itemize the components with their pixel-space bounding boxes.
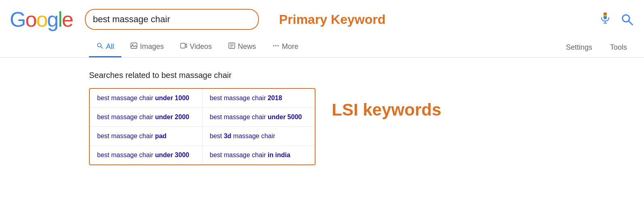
lsi-item-2[interactable]: best massage chair 2018: [203, 89, 315, 107]
lsi-item-2-normal: best massage chair: [210, 95, 268, 101]
lsi-item-6-normal-2: massage chair: [231, 133, 275, 139]
logo-g: G: [10, 8, 25, 31]
header: Google best massage chair Primary Keywor…: [0, 0, 644, 36]
lsi-item-2-bold: 2018: [268, 95, 282, 101]
nav-images-label: Images: [140, 42, 164, 51]
nav-tools-label: Tools: [610, 43, 627, 52]
primary-keyword-label: Primary Keyword: [279, 12, 386, 27]
lsi-item-7-bold: under 3000: [155, 152, 189, 158]
lsi-row-1: best massage chair under 1000 best massa…: [90, 89, 315, 108]
dots-nav-icon: [272, 42, 280, 51]
search-nav-icon: [96, 42, 104, 51]
logo-e: e: [62, 8, 73, 31]
svg-point-5: [97, 43, 101, 47]
svg-point-15: [273, 45, 274, 46]
search-query-text: best massage chair: [93, 14, 251, 25]
lsi-item-5-normal: best massage chair: [97, 133, 155, 139]
google-logo: Google: [10, 7, 73, 32]
lsi-item-3-normal: best massage chair: [97, 114, 155, 120]
lsi-item-1-normal: best massage chair: [97, 95, 155, 101]
lsi-row-4: best massage chair under 3000 best massa…: [90, 146, 315, 164]
lsi-item-1[interactable]: best massage chair under 1000: [90, 89, 203, 107]
nav-left: All Images Videos: [89, 37, 559, 57]
lsi-item-6[interactable]: best 3d massage chair: [203, 127, 315, 145]
nav-all-label: All: [106, 42, 114, 51]
nav-item-videos[interactable]: Videos: [173, 37, 219, 57]
nav-settings-label: Settings: [566, 43, 592, 52]
nav-bar: All Images Videos: [0, 37, 644, 58]
nav-item-all[interactable]: All: [89, 37, 121, 57]
logo-o2: o: [36, 8, 47, 31]
nav-item-settings[interactable]: Settings: [559, 38, 600, 57]
search-box[interactable]: best massage chair: [85, 9, 259, 30]
lsi-item-4[interactable]: best massage chair under 5000: [203, 108, 315, 126]
search-button[interactable]: [620, 12, 634, 27]
logo-o1: o: [25, 8, 36, 31]
svg-rect-9: [181, 43, 185, 48]
lsi-item-8-normal: best massage chair: [210, 152, 268, 158]
svg-line-6: [101, 46, 103, 48]
logo-l: l: [58, 8, 62, 31]
svg-point-17: [278, 45, 279, 46]
lsi-item-7[interactable]: best massage chair under 3000: [90, 146, 203, 164]
nav-news-label: News: [238, 42, 256, 51]
nav-item-tools[interactable]: Tools: [603, 38, 634, 57]
logo-g2: g: [47, 8, 58, 31]
video-nav-icon: [180, 42, 187, 51]
lsi-keywords-label: LSI keywords: [332, 100, 441, 120]
lsi-item-5-bold: pad: [155, 133, 166, 139]
lsi-item-4-normal: best massage chair: [210, 114, 268, 120]
svg-rect-7: [131, 43, 137, 48]
lsi-grid-box: best massage chair under 1000 best massa…: [89, 88, 316, 165]
lsi-item-3-bold: under 2000: [155, 114, 189, 120]
svg-marker-10: [185, 44, 187, 48]
svg-point-16: [275, 45, 276, 46]
lsi-item-5[interactable]: best massage chair pad: [90, 127, 203, 145]
lsi-section: best massage chair under 1000 best massa…: [89, 88, 644, 165]
lsi-item-1-bold: under 1000: [155, 95, 189, 101]
lsi-item-8-bold: in india: [268, 152, 290, 158]
lsi-row-2: best massage chair under 2000 best massa…: [90, 108, 315, 127]
lsi-item-4-bold: under 5000: [268, 114, 302, 120]
lsi-item-6-normal-1: best: [210, 133, 224, 139]
right-icons: [598, 12, 634, 27]
nav-more-label: More: [282, 42, 299, 51]
svg-line-4: [629, 21, 632, 25]
lsi-row-3: best massage chair pad best 3d massage c…: [90, 127, 315, 146]
lsi-item-6-bold: 3d: [224, 133, 231, 139]
nav-item-more[interactable]: More: [265, 37, 306, 57]
related-searches-heading: Searches related to best massage chair: [89, 71, 644, 80]
svg-rect-0: [604, 13, 607, 19]
image-nav-icon: [130, 42, 138, 51]
news-nav-icon: [228, 42, 235, 51]
lsi-item-3[interactable]: best massage chair under 2000: [90, 108, 203, 126]
main-content: Searches related to best massage chair b…: [0, 58, 644, 173]
microphone-icon[interactable]: [598, 12, 612, 27]
lsi-item-7-normal: best massage chair: [97, 152, 155, 158]
nav-item-images[interactable]: Images: [123, 37, 171, 57]
lsi-item-8[interactable]: best massage chair in india: [203, 146, 315, 164]
nav-item-news[interactable]: News: [221, 37, 263, 57]
nav-right: Settings Tools: [559, 38, 644, 57]
nav-videos-label: Videos: [190, 42, 212, 51]
search-box-wrapper: best massage chair: [85, 9, 259, 30]
